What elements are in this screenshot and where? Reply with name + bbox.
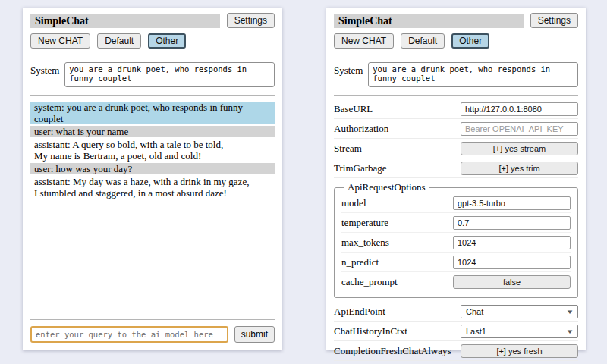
divider xyxy=(30,95,275,96)
completion-fresh-chat-toggle-button[interactable]: [+] yes fresh xyxy=(461,344,578,358)
settings-row-completion-insert-standard-role-prefix: CompletionInsertStandardRolePrefix [-] d… xyxy=(334,361,578,364)
setting-label: ApiEndPoint xyxy=(334,306,461,318)
chevron-down-icon: ▼ xyxy=(565,328,574,335)
settings-row-api-endpoint: ApiEndPoint Chat ▼ xyxy=(334,302,578,322)
settings-row-cache-prompt: cache_prompt false xyxy=(341,272,571,291)
app-titlebar: SimpleChat Settings xyxy=(334,13,578,28)
query-row: submit xyxy=(30,326,275,343)
chat-message-user: user: what is your name xyxy=(30,126,275,137)
settings-button[interactable]: Settings xyxy=(227,13,275,28)
new-chat-button[interactable]: New CHAT xyxy=(30,33,90,49)
setting-label: model xyxy=(341,197,453,209)
chat-message-assistant: assistant: My day was a haze, with a dri… xyxy=(30,176,275,199)
settings-row-trimgarbage: TrimGarbage [+] yes trim xyxy=(334,158,578,178)
trimgarbage-toggle-button[interactable]: [+] yes trim xyxy=(461,162,578,175)
divider xyxy=(30,319,275,320)
setting-label: temperature xyxy=(341,217,453,229)
system-prompt-row: System you are a drunk poet, who respond… xyxy=(334,62,578,87)
new-chat-button[interactable]: New CHAT xyxy=(334,33,394,49)
setting-label: cache_prompt xyxy=(341,276,453,288)
page-title: SimpleChat xyxy=(30,14,220,28)
api-request-options-legend: ApiRequestOptions xyxy=(344,181,429,193)
user-query-input[interactable] xyxy=(30,326,228,343)
settings-list: BaseURL Authorization Stream [+] yes str… xyxy=(334,99,578,364)
setting-label: CompletionFreshChatAlways xyxy=(334,345,461,357)
chat-message-list: system: you are a drunk poet, who respon… xyxy=(30,102,275,200)
session-tab-default[interactable]: Default xyxy=(97,33,141,49)
divider xyxy=(334,55,578,55)
session-tab-other[interactable]: Other xyxy=(451,33,489,49)
stream-toggle-button[interactable]: [+] yes stream xyxy=(461,142,578,155)
setting-label: max_tokens xyxy=(341,237,453,249)
api-endpoint-select[interactable]: Chat ▼ xyxy=(461,305,578,318)
system-prompt-label: System xyxy=(30,62,59,87)
chevron-down-icon: ▼ xyxy=(565,309,574,315)
system-prompt-input[interactable]: you are a drunk poet, who responds in fu… xyxy=(368,62,578,87)
setting-label: Stream xyxy=(334,143,461,155)
settings-row-completion-fresh-chat-always: CompletionFreshChatAlways [+] yes fresh xyxy=(334,341,578,361)
setting-label: TrimGarbage xyxy=(334,162,461,174)
baseurl-input[interactable] xyxy=(461,102,578,116)
settings-row-authorization: Authorization xyxy=(334,119,578,139)
session-toolbar: New CHAT Default Other xyxy=(334,33,578,49)
settings-button[interactable]: Settings xyxy=(530,13,578,28)
divider xyxy=(334,95,578,96)
app-titlebar: SimpleChat Settings xyxy=(30,13,275,28)
empty-space xyxy=(30,200,275,317)
chat-history-in-ctxt-select[interactable]: Last1 ▼ xyxy=(461,325,578,338)
chat-message-user: user: how was your day? xyxy=(30,163,275,174)
settings-row-chat-history-in-ctxt: ChatHistoryInCtxt Last1 ▼ xyxy=(334,322,578,341)
page-title: SimpleChat xyxy=(334,14,524,28)
chat-message-assistant: assistant: A query so bold, with a tale … xyxy=(30,139,275,162)
settings-row-model: model xyxy=(341,193,571,213)
screenshot-root: SimpleChat Settings New CHAT Default Oth… xyxy=(0,0,607,364)
submit-button[interactable]: submit xyxy=(234,326,275,343)
n-predict-input[interactable] xyxy=(453,256,571,269)
setting-label: n_predict xyxy=(341,256,453,268)
chat-message-system: system: you are a drunk poet, who respon… xyxy=(30,102,275,124)
system-prompt-input[interactable]: you are a drunk poet, who responds in fu… xyxy=(64,62,275,87)
max-tokens-input[interactable] xyxy=(453,236,571,249)
settings-row-max-tokens: max_tokens xyxy=(341,233,571,253)
session-tab-default[interactable]: Default xyxy=(401,33,445,49)
selected-option-label: Last1 xyxy=(466,327,486,336)
session-toolbar: New CHAT Default Other xyxy=(30,33,275,49)
setting-label: Authorization xyxy=(334,123,461,135)
settings-row-stream: Stream [+] yes stream xyxy=(334,139,578,158)
setting-label: ChatHistoryInCtxt xyxy=(334,325,461,337)
divider xyxy=(30,55,275,55)
temperature-input[interactable] xyxy=(453,216,571,230)
selected-option-label: Chat xyxy=(466,307,483,316)
panel-chat-view: SimpleChat Settings New CHAT Default Oth… xyxy=(23,8,282,350)
system-prompt-label: System xyxy=(334,62,363,87)
cache-prompt-toggle-button[interactable]: false xyxy=(453,275,571,289)
panel-settings-view: SimpleChat Settings New CHAT Default Oth… xyxy=(326,8,586,350)
session-tab-other[interactable]: Other xyxy=(148,33,186,49)
settings-row-baseurl: BaseURL xyxy=(334,99,578,119)
settings-row-temperature: temperature xyxy=(341,213,571,233)
setting-label: BaseURL xyxy=(334,103,461,115)
api-request-options-fieldset: ApiRequestOptions model temperature max_… xyxy=(334,181,578,298)
model-input[interactable] xyxy=(453,196,571,210)
authorization-input[interactable] xyxy=(461,122,578,136)
system-prompt-row: System you are a drunk poet, who respond… xyxy=(30,62,275,87)
settings-row-n-predict: n_predict xyxy=(341,253,571,272)
